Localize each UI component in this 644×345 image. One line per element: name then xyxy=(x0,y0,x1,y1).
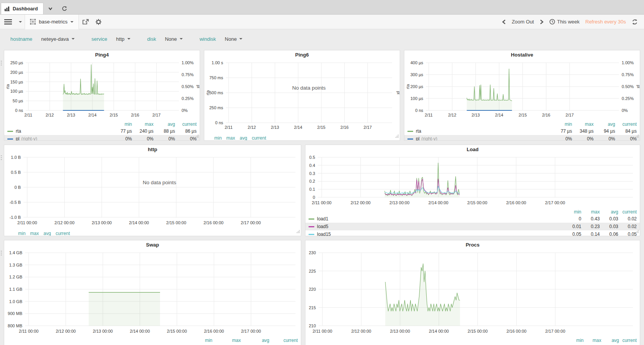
svg-text:2/17 00:00: 2/17 00:00 xyxy=(545,200,565,205)
legend-header-avg[interactable]: avg xyxy=(241,338,269,343)
legend-header-max[interactable]: max xyxy=(572,122,594,127)
legend-header-max[interactable]: max xyxy=(584,338,601,343)
svg-text:2/11 00:00: 2/11 00:00 xyxy=(312,329,332,333)
time-forward-button[interactable] xyxy=(540,19,544,25)
svg-text:2/16 00:00: 2/16 00:00 xyxy=(204,220,224,225)
row-drag-handle[interactable] xyxy=(1,251,2,256)
legend-header-min[interactable]: min xyxy=(214,135,222,141)
svg-text:1.0 B: 1.0 B xyxy=(11,155,21,160)
panel-title-procs[interactable]: Procs xyxy=(305,242,640,250)
menu-button[interactable] xyxy=(0,15,16,29)
panel-title-ping4[interactable]: Ping4 xyxy=(4,52,200,60)
legend-header-avg[interactable]: avg xyxy=(153,122,175,127)
dashboard-tab[interactable]: Dashboard xyxy=(1,3,43,14)
chart-ping6[interactable]: 2/112/122/132/142/152/162/170 ns250 ms50… xyxy=(204,60,400,132)
hamburger-icon xyxy=(4,19,12,25)
svg-text:0.25%: 0.25% xyxy=(182,96,194,101)
svg-text:0 ns: 0 ns xyxy=(415,108,423,113)
row-drag-handle[interactable] xyxy=(1,61,2,66)
tab-reload-button[interactable] xyxy=(57,3,71,14)
variable-value-windisk[interactable]: None xyxy=(225,36,242,42)
zoom-out-button[interactable]: Zoom Out xyxy=(512,19,534,25)
legend-header-min[interactable]: min xyxy=(18,231,25,236)
legend-header-current[interactable]: current xyxy=(269,338,298,343)
legend-header-max[interactable]: max xyxy=(226,135,235,141)
legend-header-current[interactable]: current xyxy=(618,209,637,215)
template-variables-bar: hostnameneteye-davaservicehttpdiskNonewi… xyxy=(0,29,644,48)
legend-header-max[interactable]: max xyxy=(132,122,153,127)
time-back-button[interactable] xyxy=(502,19,506,25)
legend-header-avg[interactable]: avg xyxy=(240,135,247,141)
variable-value-hostname[interactable]: neteye-dava xyxy=(41,36,75,42)
svg-text:2/12 00:00: 2/12 00:00 xyxy=(56,329,76,333)
series-name-pl[interactable]: pl xyxy=(16,136,19,141)
svg-text:rta: rta xyxy=(205,90,210,95)
legend-header-current[interactable]: current xyxy=(175,122,197,127)
panel-resize-handle[interactable] xyxy=(296,228,300,235)
svg-text:2/13 00:00: 2/13 00:00 xyxy=(390,329,410,333)
panel-resize-handle[interactable] xyxy=(635,228,639,235)
chart-hostalive[interactable]: 2/112/122/132/142/152/162/170 ns100 µs20… xyxy=(404,60,640,120)
legend-header-current[interactable]: current xyxy=(615,122,637,127)
dashboard: Ping42/112/122/132/142/152/162/170 ns50 … xyxy=(0,48,644,345)
legend-value-max: 0% xyxy=(572,136,594,141)
legend-header-avg[interactable]: avg xyxy=(600,209,618,215)
legend-header-min[interactable]: min xyxy=(184,338,212,343)
svg-text:2/15: 2/15 xyxy=(519,113,527,117)
panel-resize-handle[interactable] xyxy=(195,133,199,140)
chart-procs[interactable]: 2/11 00:002/12 00:002/13 00:002/14 00:00… xyxy=(305,250,640,336)
legend-header-avg[interactable]: avg xyxy=(601,338,619,343)
refresh-interval-button[interactable]: Refresh every 30s xyxy=(586,19,626,25)
variable-value-disk[interactable]: None xyxy=(165,36,183,42)
chart-http[interactable]: 2/11 00:002/12 00:002/13 00:002/14 00:00… xyxy=(4,155,301,227)
svg-text:1.00 s: 1.00 s xyxy=(212,60,223,65)
series-name-load5[interactable]: load5 xyxy=(317,224,328,229)
dashboard-picker[interactable]: base-metrics xyxy=(25,15,79,29)
panel-resize-handle[interactable] xyxy=(635,133,639,140)
resize-grip-icon xyxy=(296,230,300,233)
chart-swap[interactable]: 2/11 00:002/12 00:002/13 00:002/14 00:00… xyxy=(4,250,301,336)
panel-title-swap[interactable]: Swap xyxy=(4,242,301,250)
legend-header-min[interactable]: min xyxy=(551,122,572,127)
tab-dropdown-button[interactable] xyxy=(43,3,57,14)
legend-header-min[interactable]: min xyxy=(566,338,584,343)
legend-header-max[interactable]: max xyxy=(212,338,241,343)
chart-ping4[interactable]: 2/112/122/132/142/152/162/170 ns50 µs100… xyxy=(4,60,200,120)
settings-button[interactable] xyxy=(92,15,105,29)
legend-header-avg[interactable]: avg xyxy=(43,231,51,236)
legend-header-max[interactable]: max xyxy=(30,231,39,236)
panel-title-load[interactable]: Load xyxy=(305,147,640,155)
legend-value-min: 0% xyxy=(110,136,132,141)
series-name-pl[interactable]: pl xyxy=(416,136,419,141)
menu-caret-button[interactable] xyxy=(16,15,25,29)
svg-text:2/13: 2/13 xyxy=(67,113,75,117)
legend-header-max[interactable]: max xyxy=(581,209,600,215)
time-range-button[interactable]: This week xyxy=(549,19,580,25)
refresh-button[interactable] xyxy=(632,19,638,25)
series-name-load15[interactable]: load15 xyxy=(317,232,331,236)
svg-text:300 µs: 300 µs xyxy=(410,72,424,77)
legend-header-row: minmaxavgcurrent xyxy=(305,209,640,215)
variable-value-service[interactable]: http xyxy=(116,36,130,42)
legend-header-current[interactable]: current xyxy=(55,231,70,236)
legend-row-load15: load150.050.140.060.05 xyxy=(305,230,640,236)
share-button[interactable] xyxy=(79,15,92,29)
svg-text:No data points: No data points xyxy=(292,85,325,91)
legend-value-max: 0.14 xyxy=(581,232,600,236)
panel-resize-handle[interactable] xyxy=(395,133,399,140)
legend-header-min[interactable]: min xyxy=(563,209,581,215)
legend-header-current[interactable]: current xyxy=(619,338,637,343)
legend-header-current[interactable]: current xyxy=(252,135,266,141)
series-name-rta[interactable]: rta xyxy=(16,128,21,134)
series-name-load1[interactable]: load1 xyxy=(317,216,328,222)
row-drag-handle[interactable] xyxy=(1,155,2,160)
svg-text:400 µs: 400 µs xyxy=(410,60,424,65)
legend-header-avg[interactable]: avg xyxy=(594,122,615,127)
panel-title-ping6[interactable]: Ping6 xyxy=(204,52,400,60)
legend-header-min[interactable]: min xyxy=(110,122,132,127)
svg-text:2/16: 2/16 xyxy=(131,113,139,117)
chart-load[interactable]: 2/11 00:002/12 00:002/13 00:002/14 00:00… xyxy=(305,155,640,207)
panel-title-http[interactable]: http xyxy=(4,147,301,155)
series-name-rta[interactable]: rta xyxy=(416,128,421,134)
panel-title-hostalive[interactable]: Hostalive xyxy=(404,52,640,60)
